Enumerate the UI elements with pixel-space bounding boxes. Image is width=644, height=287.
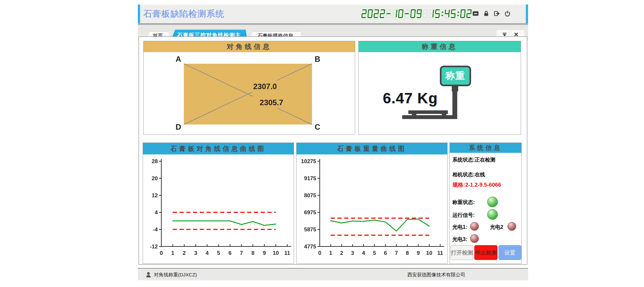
system-info-panel: 系统信息 系统状态:正在检测 相机状态:在线 规格:2-1.2-9.5-6066… bbox=[450, 143, 522, 264]
svg-text:3: 3 bbox=[194, 250, 197, 256]
system-info-panel-header: 系统信息 bbox=[450, 143, 521, 153]
svg-text:5875: 5875 bbox=[304, 227, 316, 233]
svg-text:5: 5 bbox=[217, 250, 220, 256]
weigh-status-label: 称重状态: bbox=[452, 199, 475, 206]
svg-text:0: 0 bbox=[160, 250, 163, 256]
system-buttons: 打开检测 停止检测 设置 bbox=[450, 245, 521, 260]
run-signal-label: 运行信号: bbox=[452, 212, 475, 219]
stop-detect-button[interactable]: 停止检测 bbox=[474, 245, 497, 260]
window-controls bbox=[472, 10, 511, 17]
svg-text:1: 1 bbox=[171, 250, 174, 256]
svg-text:4775: 4775 bbox=[304, 244, 316, 250]
logout-icon[interactable] bbox=[493, 10, 500, 17]
svg-text:5: 5 bbox=[373, 250, 376, 256]
diagonal-info-panel: 对角线信息 2307.0 2305.7 A B D C bbox=[143, 41, 355, 135]
svg-text:7: 7 bbox=[395, 250, 398, 256]
scale-base bbox=[402, 115, 457, 119]
svg-text:2: 2 bbox=[183, 250, 185, 256]
svg-text:-12: -12 bbox=[150, 244, 158, 250]
svg-text:2: 2 bbox=[340, 250, 343, 256]
camera-status-text: 相机状态:在线 bbox=[452, 171, 485, 178]
svg-text:8: 8 bbox=[251, 250, 254, 256]
weight-curve-chart: 102759175807569755875477501234567891011 bbox=[297, 154, 447, 264]
corner-b-label: B bbox=[315, 55, 320, 63]
photo2-label: 光电2 bbox=[490, 224, 503, 231]
run-signal-led bbox=[487, 209, 498, 220]
diagonal-curve-chart-panel: 石膏板对角线信息曲线图 2820124-4-1201234567891011 bbox=[143, 143, 294, 264]
photo2-led bbox=[507, 222, 516, 231]
svg-text:8: 8 bbox=[406, 250, 409, 256]
diagonal-curve-chart-title: 石膏板对角线信息曲线图 bbox=[143, 143, 294, 154]
svg-text:6: 6 bbox=[229, 250, 232, 256]
scale-stem bbox=[452, 86, 457, 119]
minimize-icon[interactable] bbox=[472, 10, 479, 17]
svg-text:4: 4 bbox=[362, 250, 365, 256]
diagonal-info-panel-header: 对角线信息 bbox=[144, 41, 355, 52]
weight-info-panel: 称重信息 称重 6.47 Kg bbox=[358, 41, 521, 135]
scale-display: 称重 bbox=[440, 66, 471, 86]
svg-text:-4: -4 bbox=[153, 227, 158, 233]
titlebar-right-accent bbox=[526, 5, 528, 23]
svg-text:4: 4 bbox=[205, 250, 209, 256]
diagonal-ac-value: 2305.7 bbox=[260, 98, 283, 107]
screen: 石膏板缺陷检测系统 bbox=[0, 0, 644, 287]
app-window: 石膏板缺陷检测系统 bbox=[138, 5, 528, 281]
svg-text:8075: 8075 bbox=[304, 192, 316, 199]
corner-a-label: A bbox=[175, 55, 181, 63]
datetime-display bbox=[362, 9, 473, 18]
weight-value: 6.47 Kg bbox=[376, 89, 444, 107]
photo3-label: 光电3: bbox=[452, 236, 467, 243]
weight-curve-chart-panel: 石膏板重量曲线图 1027591758075697558754775012345… bbox=[296, 143, 448, 264]
photo1-label: 光电1: bbox=[452, 224, 467, 231]
svg-text:10275: 10275 bbox=[301, 158, 316, 164]
svg-text:12: 12 bbox=[152, 192, 158, 199]
main-content: 对角线信息 2307.0 2305.7 A B D C 称重信息 bbox=[138, 36, 527, 265]
photo3-led bbox=[470, 234, 479, 243]
lock-icon[interactable] bbox=[483, 10, 490, 17]
titlebar: 石膏板缺陷检测系统 bbox=[138, 5, 528, 23]
system-info-body: 系统状态:正在检测 相机状态:在线 规格:2-1.2-9.5-6066 称重状态… bbox=[450, 153, 521, 264]
app-title: 石膏板缺陷检测系统 bbox=[143, 5, 224, 23]
svg-text:9: 9 bbox=[417, 250, 420, 256]
weight-curve-chart-title: 石膏板重量曲线图 bbox=[297, 143, 447, 154]
user-icon bbox=[145, 272, 152, 278]
svg-text:3: 3 bbox=[351, 250, 354, 256]
svg-text:28: 28 bbox=[152, 158, 158, 164]
corner-c-label: C bbox=[315, 123, 320, 131]
power-icon[interactable] bbox=[504, 10, 511, 17]
svg-text:9175: 9175 bbox=[304, 175, 316, 181]
statusbar: 对角线称重(DJXCZ) 西安获德图像技术有限公司 bbox=[138, 268, 528, 280]
svg-text:1: 1 bbox=[329, 250, 332, 256]
system-status-text: 系统状态:正在检测 bbox=[452, 157, 495, 163]
settings-button[interactable]: 设置 bbox=[498, 245, 521, 260]
svg-text:11: 11 bbox=[284, 250, 290, 256]
diagonal-db-value: 2307.0 bbox=[253, 82, 277, 91]
svg-text:6975: 6975 bbox=[304, 209, 316, 216]
diagonal-curve-chart: 2820124-4-1201234567891011 bbox=[143, 154, 294, 264]
scale-platform bbox=[408, 110, 448, 114]
svg-text:11: 11 bbox=[437, 250, 443, 256]
svg-text:10: 10 bbox=[273, 250, 279, 256]
date-display bbox=[362, 9, 423, 18]
scale-display-label: 称重 bbox=[446, 69, 466, 82]
svg-text:0: 0 bbox=[318, 250, 321, 256]
titlebar-left-accent bbox=[138, 5, 140, 23]
statusbar-company: 西安获德图像技术有限公司 bbox=[407, 269, 465, 281]
svg-text:9: 9 bbox=[263, 250, 266, 256]
svg-text:7: 7 bbox=[240, 250, 243, 256]
svg-text:6: 6 bbox=[384, 250, 387, 256]
corner-d-label: D bbox=[175, 123, 181, 131]
spec-text: 规格:2-1.2-9.5-6066 bbox=[452, 181, 501, 189]
weight-info-panel-header: 称重信息 bbox=[359, 41, 521, 52]
svg-text:20: 20 bbox=[152, 175, 158, 181]
svg-text:4: 4 bbox=[155, 209, 158, 216]
svg-text:10: 10 bbox=[426, 250, 432, 256]
diagonal-diagram: 2307.0 2305.7 A B D C bbox=[144, 52, 355, 134]
weight-graphic: 称重 6.47 Kg bbox=[359, 52, 521, 134]
weigh-status-led bbox=[487, 197, 498, 207]
time-display bbox=[423, 9, 473, 18]
open-detect-button[interactable]: 打开检测 bbox=[450, 245, 473, 260]
statusbar-user: 对角线称重(DJXCZ) bbox=[154, 269, 197, 281]
photo1-led bbox=[470, 222, 479, 231]
